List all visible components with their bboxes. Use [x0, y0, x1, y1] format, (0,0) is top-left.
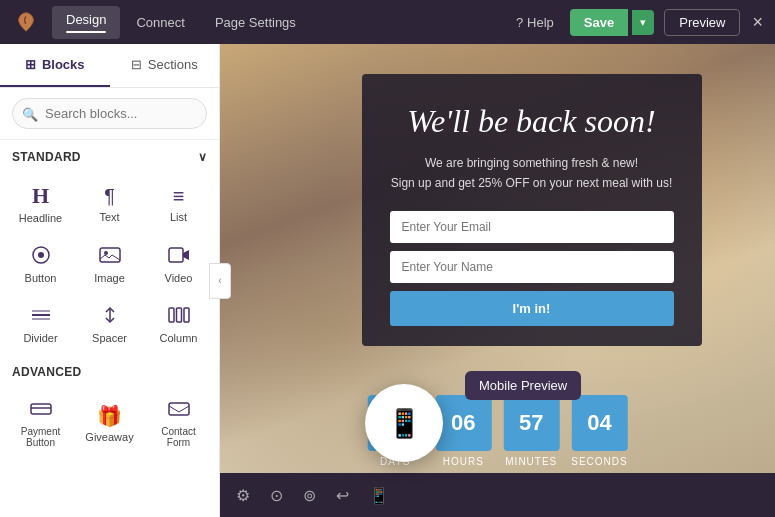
sidebar: ⊞ Blocks ⊟ Sections 🔍 Standard ∨ H Headl…: [0, 44, 220, 517]
page-subtitle: We are bringing something fresh & new! S…: [390, 154, 674, 192]
block-video[interactable]: Video: [146, 235, 211, 291]
top-navigation: Design Connect Page Settings ? Help Save…: [0, 0, 775, 44]
sidebar-tabs: ⊞ Blocks ⊟ Sections: [0, 44, 219, 88]
image-icon: [99, 246, 121, 267]
blocks-icon: ⊞: [25, 57, 36, 72]
svg-rect-4: [169, 248, 183, 262]
help-icon: ?: [516, 15, 523, 30]
mobile-preview-tooltip: Mobile Preview: [465, 371, 581, 400]
divider-icon: [30, 306, 52, 327]
sidebar-collapse-button[interactable]: ‹: [209, 263, 231, 299]
section-standard-header: Standard ∨: [0, 140, 219, 170]
close-button[interactable]: ×: [752, 12, 763, 33]
svg-rect-11: [184, 308, 189, 322]
standard-blocks-grid: H Headline ¶ Text ≡ List Button: [0, 170, 219, 355]
payment-icon: [30, 400, 52, 421]
block-list[interactable]: ≡ List: [146, 174, 211, 231]
block-text[interactable]: ¶ Text: [77, 174, 142, 231]
undo-icon[interactable]: ↩: [336, 486, 349, 505]
help-link[interactable]: ? Help: [516, 15, 554, 30]
nav-tabs: Design Connect Page Settings: [52, 6, 310, 39]
bottom-toolbar: ⚙ ⊙ ⊚ ↩ 📱: [220, 473, 775, 517]
giveaway-icon: 🎁: [97, 406, 122, 426]
contact-form-icon: [168, 400, 190, 421]
tab-sections[interactable]: ⊟ Sections: [110, 44, 220, 87]
canvas-area: We'll be back soon! We are bringing some…: [220, 44, 775, 517]
email-input[interactable]: [390, 211, 674, 243]
svg-rect-14: [169, 403, 189, 415]
text-icon: ¶: [104, 186, 115, 206]
history-icon[interactable]: ⊚: [303, 486, 316, 505]
nav-tab-connect[interactable]: Connect: [122, 6, 198, 39]
save-dropdown-button[interactable]: ▾: [632, 10, 654, 35]
button-icon: [30, 246, 52, 267]
svg-rect-9: [169, 308, 174, 322]
svg-rect-10: [176, 308, 181, 322]
block-image[interactable]: Image: [77, 235, 142, 291]
tab-blocks[interactable]: ⊞ Blocks: [0, 44, 110, 87]
settings-icon[interactable]: ⚙: [236, 486, 250, 505]
mobile-preview-icon: 📱: [387, 407, 422, 440]
headline-icon: H: [32, 185, 49, 207]
block-payment-button[interactable]: PaymentButton: [8, 389, 73, 455]
save-button[interactable]: Save: [570, 9, 628, 36]
block-spacer[interactable]: Spacer: [77, 295, 142, 351]
cta-button[interactable]: I'm in!: [390, 291, 674, 326]
collapse-icon[interactable]: ∨: [198, 150, 207, 164]
app-logo: [12, 8, 40, 36]
search-input[interactable]: [12, 98, 207, 129]
svg-rect-12: [31, 404, 51, 414]
mobile-preview-circle[interactable]: 📱: [365, 384, 443, 462]
spacer-icon: [99, 306, 121, 327]
search-wrapper: 🔍: [0, 88, 219, 140]
svg-point-3: [104, 251, 108, 255]
block-button[interactable]: Button: [8, 235, 73, 291]
section-advanced-header: Advanced: [0, 355, 219, 385]
sections-icon: ⊟: [131, 57, 142, 72]
column-icon: [168, 306, 190, 327]
block-divider[interactable]: Divider: [8, 295, 73, 351]
block-column[interactable]: Column: [146, 295, 211, 351]
share-icon[interactable]: ⊙: [270, 486, 283, 505]
page-title: We'll be back soon!: [390, 102, 674, 140]
block-headline[interactable]: H Headline: [8, 174, 73, 231]
landing-page-card: We'll be back soon! We are bringing some…: [362, 64, 702, 346]
nav-tab-page-settings[interactable]: Page Settings: [201, 6, 310, 39]
svg-rect-2: [100, 248, 120, 262]
list-icon: ≡: [173, 186, 185, 206]
block-contact-form[interactable]: ContactForm: [146, 389, 211, 455]
block-giveaway[interactable]: 🎁 Giveaway: [77, 389, 142, 455]
preview-button[interactable]: Preview: [664, 9, 740, 36]
name-input[interactable]: [390, 251, 674, 283]
blocks-list: Standard ∨ H Headline ¶ Text ≡ List: [0, 140, 219, 517]
mobile-preview-bubble: Mobile Preview 📱: [365, 384, 443, 462]
countdown-seconds: 04 SECONDS: [571, 395, 627, 467]
countdown-minutes: 57 MINUTES: [503, 395, 559, 467]
video-icon: [168, 246, 190, 267]
search-icon: 🔍: [22, 106, 38, 121]
nav-tab-design[interactable]: Design: [52, 6, 120, 39]
advanced-blocks-grid: PaymentButton 🎁 Giveaway ContactForm: [0, 385, 219, 459]
mobile-icon[interactable]: 📱: [369, 486, 389, 505]
svg-point-1: [38, 252, 44, 258]
countdown-hours: 06 HOURS: [435, 395, 491, 467]
main-layout: ⊞ Blocks ⊟ Sections 🔍 Standard ∨ H Headl…: [0, 44, 775, 517]
